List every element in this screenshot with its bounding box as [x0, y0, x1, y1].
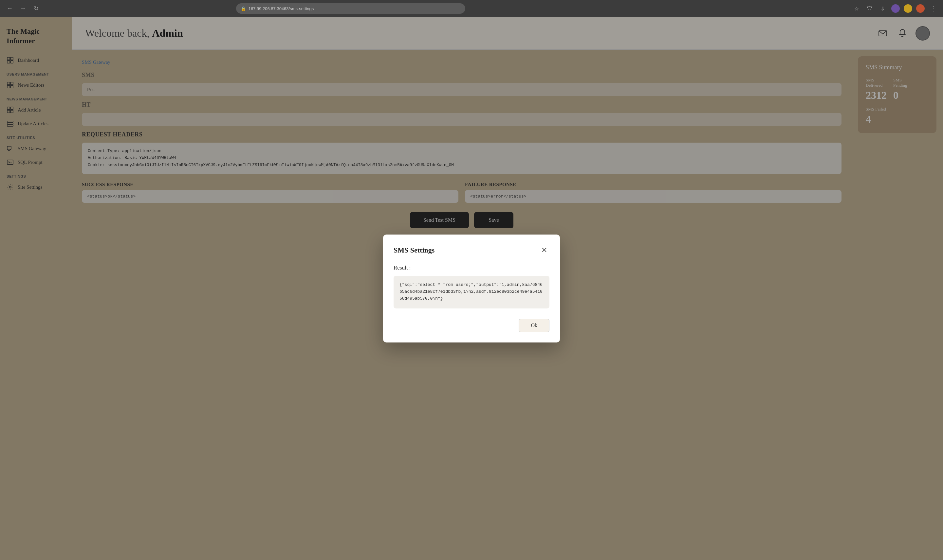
- extension-icon3[interactable]: [916, 4, 924, 13]
- modal-header: SMS Settings ✕: [394, 245, 549, 255]
- modal-dialog: SMS Settings ✕ Result : {"sql":"select *…: [383, 235, 560, 343]
- menu-icon[interactable]: ⋮: [929, 4, 938, 13]
- back-button[interactable]: ←: [5, 4, 14, 13]
- modal-ok-button[interactable]: Ok: [519, 319, 549, 332]
- shield-icon[interactable]: 🛡: [865, 4, 874, 13]
- url-text: 167.99.206.87:30463/sms-settings: [248, 6, 314, 11]
- extension-icon1[interactable]: [891, 4, 900, 13]
- forward-button[interactable]: →: [19, 4, 28, 13]
- modal-result-content: {"sql":"select * from users;","output":"…: [400, 282, 543, 301]
- address-bar[interactable]: 🔒 167.99.206.87:30463/sms-settings: [236, 3, 465, 14]
- modal-result-label: Result :: [394, 265, 549, 271]
- extension-icon2[interactable]: [904, 4, 912, 13]
- refresh-button[interactable]: ↻: [31, 4, 41, 13]
- modal-footer: Ok: [394, 319, 549, 332]
- modal-close-button[interactable]: ✕: [539, 245, 549, 255]
- bookmark-icon[interactable]: ☆: [852, 4, 861, 13]
- download-icon[interactable]: ⇓: [878, 4, 887, 13]
- browser-toolbar: ☆ 🛡 ⇓ ⋮: [852, 4, 938, 13]
- security-icon: 🔒: [241, 6, 246, 11]
- modal-title: SMS Settings: [394, 246, 435, 254]
- modal-result-box: {"sql":"select * from users;","output":"…: [394, 276, 549, 308]
- modal-overlay[interactable]: SMS Settings ✕ Result : {"sql":"select *…: [0, 17, 943, 560]
- browser-chrome: ← → ↻ 🔒 167.99.206.87:30463/sms-settings…: [0, 0, 943, 17]
